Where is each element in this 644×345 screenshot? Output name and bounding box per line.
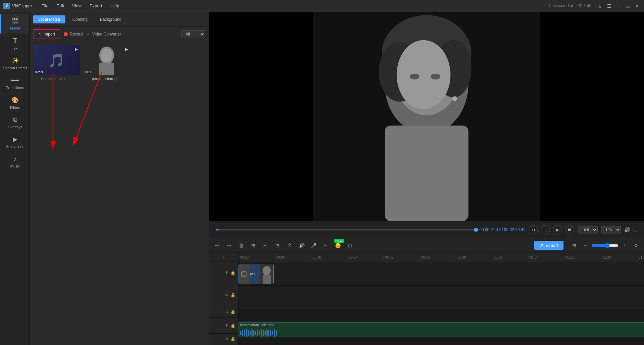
playhead[interactable] (275, 253, 275, 262)
svg-rect-38 (263, 330, 264, 336)
sub-track-1-label: 👁 🔒 (209, 284, 238, 306)
eye-icon-audio2[interactable]: 👁 (225, 337, 229, 341)
sidebar-item-transitions[interactable]: ⟷ Transitions (0, 73, 29, 93)
split-button[interactable]: ✂ (261, 241, 270, 250)
stop-button[interactable]: ⏹ (565, 225, 574, 234)
sidebar-item-music[interactable]: ♪ Music (0, 152, 29, 171)
sidebar-label-overlays: Overlays (8, 125, 22, 129)
delete-button[interactable]: 🗑 (236, 241, 246, 250)
title-bar-right: Last saved at 下午 1:50 ⌂ ☰ ─ □ ✕ (549, 3, 641, 9)
ruler-mark-2: 00:16 (311, 256, 347, 259)
eye-icon-sub1[interactable]: 👁 (225, 293, 229, 297)
media-tabs: Local Media Opening Background (30, 12, 209, 26)
lock-icon-audio[interactable]: 🔒 (230, 323, 235, 328)
aspect-ratio-select[interactable]: 16:9 9:16 1:1 (578, 226, 598, 233)
waveform: // Generate waveform bars (239, 325, 644, 337)
lock-icon-text[interactable]: 🔒 (230, 309, 235, 314)
import-button[interactable]: ↻ Import (33, 29, 60, 39)
record-button[interactable]: Record (64, 32, 83, 37)
undo-button[interactable]: ↩ (212, 241, 222, 250)
clip-label: pexels-artem... (250, 272, 259, 276)
eye-icon-audio[interactable]: 👁 (225, 323, 229, 328)
sidebar-item-animations[interactable]: ▶ Animations (0, 132, 29, 152)
media-item-audio[interactable]: 🎵 ▶ 02:26 bensound-ukulel... (33, 45, 80, 81)
track-labels: ≡ 👁 🔒 👁 🔒 A (209, 253, 238, 345)
svg-rect-44 (274, 329, 275, 337)
sidebar-item-media[interactable]: 🎬 Media (0, 14, 29, 33)
svg-rect-45 (276, 330, 277, 336)
settings-button[interactable]: ⚙ (631, 241, 641, 250)
text-track-A: A (226, 310, 229, 314)
main-track-button[interactable]: ⊞ (249, 241, 258, 250)
zoom-slider[interactable] (592, 243, 619, 248)
menu-export[interactable]: Export (86, 2, 106, 10)
tab-background[interactable]: Background (95, 15, 127, 23)
maximize-button[interactable]: □ (625, 3, 631, 9)
home-button[interactable]: ⌂ (596, 3, 603, 9)
close-button[interactable]: ✕ (634, 3, 641, 9)
lock-icon-audio2[interactable]: 🔒 (230, 337, 235, 341)
redo-button[interactable]: ↪ (224, 241, 234, 250)
detach-button[interactable]: 🔊 (297, 241, 306, 250)
audio-filename: bensound-ukulel... (33, 77, 80, 81)
menu-help[interactable]: Help (107, 2, 123, 10)
sidebar-label-media: Media (10, 26, 20, 30)
menu-button[interactable]: ☰ (606, 3, 612, 9)
menu-edit[interactable]: Edit (53, 2, 67, 10)
playback-speed-select[interactable]: 1.0x 0.5x 2.0x (601, 226, 621, 233)
minimize-button[interactable]: ─ (615, 3, 622, 9)
menu-file[interactable]: File (38, 2, 52, 10)
time-display: 00:00:01.48 / 00:02:26.41 (479, 227, 525, 232)
menu-view[interactable]: View (69, 2, 85, 10)
speed-button[interactable]: ⏱ (285, 241, 294, 250)
zoom-in-button[interactable]: + (620, 241, 630, 250)
scrubber-handle[interactable] (474, 228, 478, 232)
svg-point-16 (410, 74, 420, 80)
media-item-video[interactable]: ▶ 00:08 pexels-artem-po... (83, 45, 130, 81)
svg-rect-29 (246, 329, 247, 337)
filter-select[interactable]: All Video Audio Image (181, 30, 205, 38)
export-icon: ↗ (540, 243, 543, 248)
video-clip[interactable]: pexels-artem... (238, 264, 274, 284)
trim-button[interactable]: ✂ (321, 241, 330, 250)
crop-button[interactable]: ⊡ (273, 241, 282, 250)
timeline-scroll-area[interactable]: 00:00 00:08 00:16 00:24 00:32 00:40 00:4… (238, 253, 644, 345)
tab-local-media[interactable]: Local Media (33, 15, 65, 23)
skip-back-button[interactable]: ⏮ (529, 225, 538, 234)
sidebar-item-overlays[interactable]: ⧉ Overlays (0, 113, 29, 132)
audio-clip-label: bensound-ukulele.mp3 (240, 323, 274, 327)
record-dot-icon (64, 32, 68, 36)
ruler-mark-4: 00:32 (383, 256, 420, 259)
lock-icon-video[interactable]: 🔒 (230, 270, 235, 275)
play-button[interactable]: ▶ (553, 225, 562, 234)
mask-button[interactable]: ⬡ (345, 241, 355, 250)
app-logo: V VidClipper (3, 3, 32, 9)
zoom-out-button[interactable]: − (581, 241, 590, 250)
export-button[interactable]: ↗ Export (534, 241, 564, 250)
timeline-ruler: 00:00 00:08 00:16 00:24 00:32 00:40 00:4… (238, 253, 644, 262)
sidebar-item-effects[interactable]: ✨ Special Effects (0, 54, 29, 73)
eye-icon-video[interactable]: 👁 (225, 270, 229, 275)
voice-button[interactable]: 🎤 (309, 241, 318, 250)
sidebar-item-filters[interactable]: 🎨 Filters (0, 93, 29, 113)
clip-frame-icon (239, 264, 249, 284)
timeline-menu-icon[interactable]: ≡ (222, 255, 224, 259)
video-converter-button[interactable]: ↔ Video Converter (86, 32, 121, 37)
audio-clip[interactable]: bensound-ukulele.mp3 // Generate wavefor… (238, 322, 644, 337)
video-duration: 00:08 (85, 70, 95, 74)
transitions-icon: ⟷ (11, 77, 19, 84)
tab-opening[interactable]: Opening (67, 15, 93, 23)
svg-line-6 (73, 72, 102, 146)
pause-button[interactable]: ⏸ (541, 225, 550, 234)
lock-icon-sub1[interactable]: 🔒 (230, 293, 235, 297)
fit-timeline-button[interactable]: ⊞ (570, 241, 579, 250)
volume-icon[interactable]: 🔊 (624, 227, 630, 232)
main-area: 🎬 Media T Text ✨ Special Effects ⟷ Trans… (0, 12, 644, 345)
sidebar-item-text[interactable]: T Text (0, 33, 29, 54)
svg-rect-35 (257, 330, 258, 336)
timeline-area: ↩ ↪ 🗑 ⊞ ✂ ⊡ ⏱ 🔊 🎤 ✂ 😊 NEW ⬡ ↗ Export (209, 238, 644, 345)
scrubber-bar[interactable] (216, 229, 476, 230)
app-name: VidClipper (12, 3, 32, 8)
svg-rect-39 (265, 331, 266, 335)
fullscreen-icon[interactable]: ⛶ (633, 227, 637, 232)
